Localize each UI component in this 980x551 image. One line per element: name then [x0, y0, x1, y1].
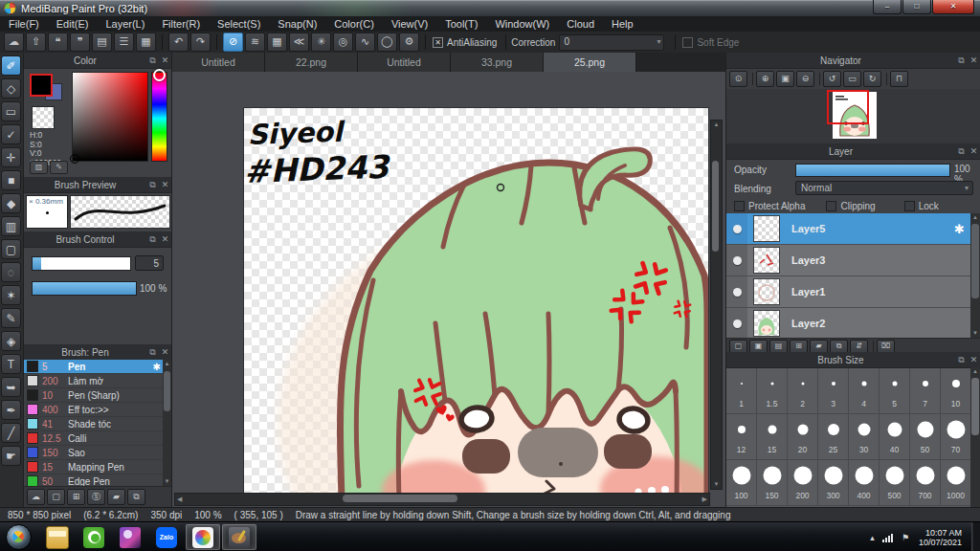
brush-item-eff-toc-[interactable]: 400Eff toc:>>	[24, 403, 164, 417]
saturation-value-picker[interactable]	[72, 72, 148, 162]
close-icon[interactable]: ✕	[159, 180, 171, 189]
document-icon[interactable]: ▤	[92, 33, 112, 52]
snap-vanishing-icon[interactable]: ≪	[289, 33, 309, 52]
correction-dropdown[interactable]: 0▾	[559, 34, 664, 51]
lock-checkbox[interactable]	[904, 201, 915, 211]
publish-icon[interactable]: ⇧	[26, 33, 46, 52]
rotate-lock-icon[interactable]: ⊓	[890, 71, 908, 87]
tab-33-png[interactable]: 33.png	[451, 53, 544, 72]
gacha-icon[interactable]	[113, 524, 147, 550]
brush-settings-gear-icon[interactable]: ✱	[153, 362, 161, 372]
taskbar-clock[interactable]: 10:07 AM 10/07/2021	[919, 528, 962, 547]
tab-untitled[interactable]: Untitled	[358, 53, 451, 72]
duplicate-layer-icon[interactable]: ⧉	[830, 340, 848, 353]
move-tool[interactable]: ✛	[1, 147, 21, 167]
brush-size-option-200[interactable]: 200	[788, 460, 818, 506]
hue-slider[interactable]	[151, 72, 167, 162]
zalo-icon[interactable]: Zalo	[149, 524, 184, 550]
color-option-button-2[interactable]: ✎	[50, 161, 68, 174]
select-pen-tool[interactable]: ✎	[1, 308, 21, 328]
comment-icon[interactable]: ❝	[48, 33, 68, 52]
popout-icon[interactable]: ⧉	[146, 55, 159, 66]
navigator-viewport-rect[interactable]	[827, 90, 869, 124]
layer-visibility-toggle[interactable]	[726, 276, 747, 307]
paint-icon[interactable]	[222, 524, 256, 550]
antialiasing-checkbox[interactable]: ✕	[433, 37, 443, 48]
transform-tool[interactable]: ➥	[1, 377, 21, 397]
brush-size-option-500[interactable]: 500	[880, 460, 910, 506]
add-8bit-layer-icon[interactable]: ▣	[749, 340, 768, 353]
magic-wand-tool[interactable]: ✶	[1, 285, 21, 305]
snap-ellipse-icon[interactable]: ◯	[377, 33, 397, 52]
menu-layer[interactable]: Layer(L)	[97, 16, 153, 32]
brush-size-option-4[interactable]: 4	[849, 368, 880, 414]
text-tool[interactable]: T	[1, 354, 21, 374]
fit-window-icon[interactable]: ▣	[776, 71, 794, 87]
brush-size-option-50[interactable]: 50	[910, 414, 941, 460]
undo-icon[interactable]: ↶	[168, 33, 189, 52]
brush-size-option-2[interactable]: 2	[788, 368, 818, 414]
hue-cursor[interactable]	[153, 69, 166, 81]
add-1bit-layer-icon[interactable]: ▤	[769, 340, 788, 353]
tab-25-png[interactable]: 25.png	[544, 53, 636, 72]
brush-size-option-3[interactable]: 3	[818, 368, 849, 414]
transparent-color-swatch[interactable]	[32, 106, 55, 129]
popout-icon[interactable]: ⧉	[146, 234, 159, 245]
popout-icon[interactable]: ⧉	[955, 146, 968, 157]
brush-size-option-25[interactable]: 25	[818, 414, 849, 460]
brush-size-option-70[interactable]: 70	[941, 414, 971, 460]
input-language-icon[interactable]: ⚑	[902, 533, 909, 542]
minimize-button[interactable]: –	[873, 0, 902, 14]
add-layer-icon[interactable]: ▢	[729, 340, 747, 353]
canvas-hscrollbar[interactable]: ◀▶	[174, 493, 710, 506]
duplicate-brush-icon[interactable]: ⧉	[127, 489, 145, 505]
menu-edit[interactable]: Edit(E)	[48, 16, 98, 32]
brush-item-calli[interactable]: 12.5Calli	[24, 431, 164, 446]
brush-size-option-15[interactable]: 15	[757, 414, 788, 460]
brush-size-option-12[interactable]: 12	[726, 414, 757, 460]
comment-list-icon[interactable]: ❞	[70, 33, 90, 52]
canvas-vscrollbar[interactable]: ▲▼	[710, 120, 723, 490]
redo-icon[interactable]: ↷	[190, 33, 211, 52]
network-icon[interactable]	[882, 533, 894, 542]
eyedropper-tool[interactable]: ✒	[1, 400, 21, 420]
navigator-preview[interactable]	[726, 89, 980, 143]
brush-folder-icon[interactable]: ▰	[107, 489, 125, 505]
reset-rotation-icon[interactable]: ▭	[843, 71, 861, 87]
brush-list-scrollbar[interactable]: ▲▼	[163, 360, 171, 486]
close-icon[interactable]: ✕	[159, 347, 171, 357]
layer-row-layer3[interactable]: Layer3	[726, 245, 980, 276]
close-button[interactable]: ✕	[932, 0, 974, 14]
foreground-color-swatch[interactable]	[30, 74, 53, 97]
brush-item-edge-pen[interactable]: 50Edge Pen	[24, 474, 164, 486]
tiles-icon[interactable]: ▦	[136, 33, 156, 52]
lasso-tool[interactable]: ◌	[1, 262, 21, 282]
material-panel-icon[interactable]: ☰	[114, 33, 134, 52]
brush-size-option-20[interactable]: 20	[788, 414, 818, 460]
add-brush-image-icon[interactable]: ⊞	[67, 489, 85, 505]
select-eraser-tool[interactable]: ◈	[1, 331, 21, 351]
fill-shape-tool[interactable]: ■	[1, 170, 21, 190]
snap-settings-icon[interactable]: ⚙	[399, 33, 419, 52]
brush-tool[interactable]: ✐	[1, 55, 21, 76]
protect-alpha-checkbox[interactable]	[734, 201, 745, 211]
snap-parallel-icon[interactable]: ≋	[245, 33, 265, 52]
brush-size-option-40[interactable]: 40	[880, 414, 910, 460]
canvas-area[interactable]: Siyeol #HD243 ▲▼ ◀▶	[172, 72, 725, 507]
layer-visibility-toggle[interactable]	[726, 213, 747, 244]
menu-color[interactable]: Color(C)	[325, 16, 383, 32]
sv-cursor[interactable]	[70, 154, 79, 164]
popout-icon[interactable]: ⧉	[146, 347, 159, 358]
bucket-tool[interactable]: ◆	[1, 193, 21, 213]
layer-row-layer2[interactable]: Layer2	[726, 308, 980, 338]
snap-off-icon[interactable]: ⊘	[223, 33, 243, 52]
menu-view[interactable]: View(V)	[383, 16, 436, 32]
layer-visibility-toggle[interactable]	[726, 245, 747, 276]
menu-tool[interactable]: Tool(T)	[436, 16, 486, 32]
layer-row-layer5[interactable]: Layer5✱	[726, 213, 980, 245]
layer-list-scrollbar[interactable]: ▲▼	[970, 213, 980, 338]
snap-radial-icon[interactable]: ✳	[311, 33, 331, 52]
add-layer-menu-icon[interactable]: ⊞	[790, 340, 808, 353]
brush-size-option-1[interactable]: 1	[726, 368, 757, 414]
explorer-icon[interactable]	[40, 524, 75, 550]
